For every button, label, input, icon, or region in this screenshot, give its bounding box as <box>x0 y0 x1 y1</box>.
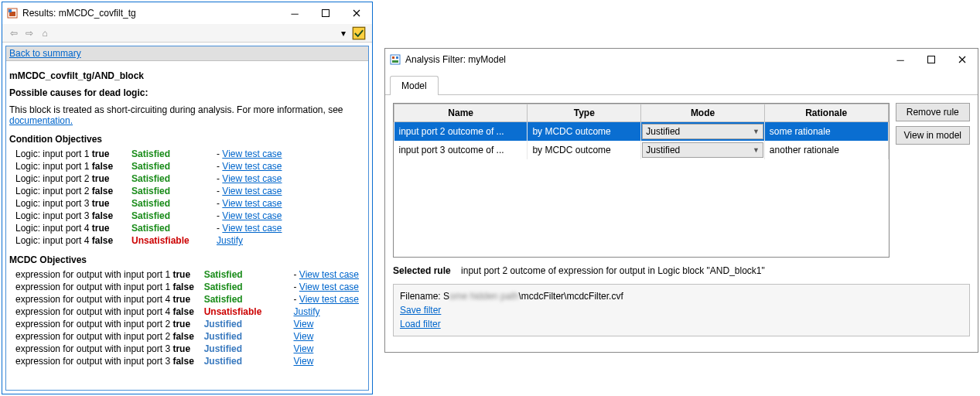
highlight-icon[interactable] <box>352 26 366 40</box>
tab-model[interactable]: Model <box>390 76 439 95</box>
cell-mode[interactable]: Justified▼ <box>641 141 765 159</box>
status-badge: Justified <box>203 343 292 355</box>
table-row: Logic: input port 4 trueSatisfied- View … <box>14 222 289 234</box>
close-button[interactable] <box>947 49 978 70</box>
cell-type[interactable]: by MCDC outcome <box>528 141 641 159</box>
results-titlebar[interactable]: Results: mMCDC_covfilt_tg ─ <box>2 2 372 24</box>
cell-rationale[interactable]: another rationale <box>764 141 888 159</box>
col-type[interactable]: Type <box>528 104 641 122</box>
view-test-case-link[interactable]: View test case <box>222 148 282 159</box>
cell-name[interactable]: input port 2 outcome of ... <box>394 122 528 141</box>
documentation-link[interactable]: documentation. <box>9 115 73 126</box>
back-icon[interactable]: ⇦ <box>7 26 21 40</box>
table-row[interactable]: input port 2 outcome of ...by MCDC outco… <box>394 122 889 141</box>
col-name[interactable]: Name <box>394 104 528 122</box>
view-link[interactable]: View <box>294 343 314 354</box>
objective-label: expression for output with input port 3 … <box>14 343 203 355</box>
objective-label: Logic: input port 1 true <box>14 148 130 160</box>
cell-type[interactable]: by MCDC outcome <box>528 122 641 141</box>
status-badge: Satisfied <box>130 222 215 234</box>
objective-label: Logic: input port 2 false <box>14 185 130 197</box>
view-test-case-link[interactable]: View test case <box>299 269 359 280</box>
mode-dropdown[interactable]: Justified▼ <box>642 142 763 158</box>
view-in-model-button[interactable]: View in model <box>896 126 970 145</box>
objective-label: Logic: input port 3 false <box>14 210 130 222</box>
maximize-button[interactable] <box>310 2 341 24</box>
table-row: Logic: input port 1 falseSatisfied- View… <box>14 160 289 172</box>
filter-titlebar[interactable]: Analysis Filter: myModel ─ <box>385 49 978 70</box>
view-test-case-link[interactable]: View test case <box>222 210 282 221</box>
action-cell: - View test case <box>215 160 289 172</box>
action-cell: - View test case <box>215 197 289 210</box>
cell-name[interactable]: input port 3 outcome of ... <box>394 141 528 159</box>
cell-rationale[interactable]: some rationale <box>764 122 888 141</box>
col-rationale[interactable]: Rationale <box>764 104 888 122</box>
filter-title: Analysis Filter: myModel <box>405 54 885 65</box>
maximize-button[interactable] <box>916 49 947 70</box>
condition-objectives-table: Logic: input port 1 trueSatisfied- View … <box>14 148 289 247</box>
load-filter-link[interactable]: Load filter <box>400 319 441 329</box>
minimize-button[interactable]: ─ <box>885 49 916 70</box>
view-test-case-link[interactable]: View test case <box>222 186 282 196</box>
objective-label: Logic: input port 4 false <box>14 234 130 247</box>
view-link[interactable]: View <box>294 331 314 342</box>
remove-rule-button[interactable]: Remove rule <box>896 103 970 121</box>
causes-text: This block is treated as short-circuitin… <box>9 104 365 126</box>
objective-label: expression for output with input port 1 … <box>14 281 203 293</box>
block-path: mMCDC_covfilt_tg/AND_block <box>9 70 365 81</box>
cell-mode[interactable]: Justified▼ <box>641 122 765 141</box>
view-link[interactable]: View <box>294 356 314 367</box>
table-row: expression for output with input port 3 … <box>14 343 365 355</box>
view-test-case-link[interactable]: View test case <box>299 282 359 292</box>
status-badge: Satisfied <box>130 197 215 210</box>
causes-header: Possible causes for dead logic: <box>9 87 365 98</box>
svg-rect-6 <box>392 56 394 59</box>
table-row: Logic: input port 3 trueSatisfied- View … <box>14 197 289 210</box>
view-link[interactable]: View <box>294 319 314 329</box>
filename-row: Filename: Some hidden path\mcdcFilter\mc… <box>400 291 963 302</box>
table-row[interactable]: input port 3 outcome of ...by MCDC outco… <box>394 141 889 159</box>
save-filter-link[interactable]: Save filter <box>400 305 441 316</box>
mode-dropdown[interactable]: Justified▼ <box>642 124 763 139</box>
justify-link[interactable]: Justify <box>217 235 243 246</box>
status-badge: Satisfied <box>130 172 215 185</box>
condition-objectives-header: Condition Objectives <box>9 134 365 145</box>
svg-rect-2 <box>9 9 12 12</box>
action-cell: - View test case <box>292 281 366 293</box>
minimize-button[interactable]: ─ <box>279 2 310 24</box>
table-row: Logic: input port 1 trueSatisfied- View … <box>14 148 289 160</box>
dropdown-icon[interactable]: ▾ <box>336 26 350 40</box>
back-to-summary-link[interactable]: Back to summary <box>9 48 81 59</box>
action-cell: View <box>292 355 366 367</box>
chevron-down-icon: ▼ <box>753 128 760 135</box>
selected-rule-text: input port 2 outcome of expression for o… <box>461 265 765 276</box>
justify-link[interactable]: Justify <box>294 306 320 317</box>
status-badge: Satisfied <box>130 210 215 222</box>
close-button[interactable] <box>341 2 372 24</box>
filter-window: Analysis Filter: myModel ─ Model Name Ty… <box>384 48 978 353</box>
objective-label: Logic: input port 4 true <box>14 222 130 234</box>
forward-icon[interactable]: ⇨ <box>22 26 36 40</box>
svg-rect-8 <box>392 60 398 63</box>
view-test-case-link[interactable]: View test case <box>299 294 359 305</box>
view-test-case-link[interactable]: View test case <box>222 223 282 234</box>
view-test-case-link[interactable]: View test case <box>222 161 282 172</box>
table-row: expression for output with input port 2 … <box>14 318 365 330</box>
table-row: expression for output with input port 2 … <box>14 330 365 343</box>
home-icon[interactable]: ⌂ <box>38 26 52 40</box>
view-test-case-link[interactable]: View test case <box>222 173 282 184</box>
results-content: Back to summary mMCDC_covfilt_tg/AND_blo… <box>5 46 369 391</box>
status-badge: Satisfied <box>203 268 292 281</box>
table-row: Logic: input port 3 falseSatisfied- View… <box>14 210 289 222</box>
status-badge: Justified <box>203 355 292 367</box>
rules-grid[interactable]: Name Type Mode Rationale input port 2 ou… <box>393 103 890 258</box>
objective-label: expression for output with input port 2 … <box>14 318 203 330</box>
action-cell: Justify <box>292 306 366 318</box>
table-row: expression for output with input port 4 … <box>14 306 365 318</box>
action-cell: - View test case <box>215 148 289 160</box>
status-badge: Satisfied <box>130 185 215 197</box>
col-mode[interactable]: Mode <box>641 104 765 122</box>
objective-label: expression for output with input port 2 … <box>14 330 203 343</box>
objective-label: Logic: input port 1 false <box>14 160 130 172</box>
view-test-case-link[interactable]: View test case <box>222 198 282 209</box>
